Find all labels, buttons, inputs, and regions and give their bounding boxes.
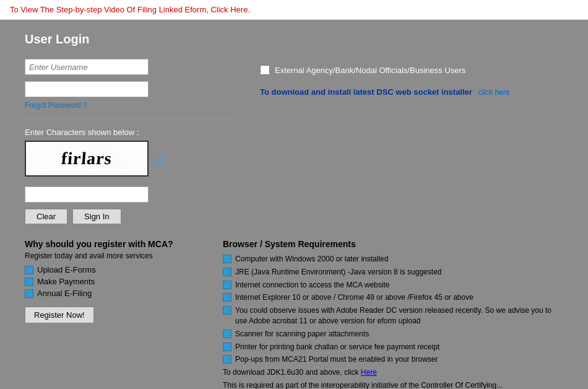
separator bbox=[25, 118, 235, 119]
username-input[interactable] bbox=[25, 59, 149, 75]
captcha-image: firlars bbox=[25, 141, 149, 177]
register-title: Why should you register with MCA? bbox=[25, 239, 198, 249]
list-item-label: Upload E-Forms bbox=[37, 265, 96, 274]
external-agency-checkbox[interactable] bbox=[260, 65, 270, 75]
browser-title: Browser / System Requirements bbox=[223, 239, 563, 249]
list-item: Internet Explorer 10 or above / Chrome 4… bbox=[223, 292, 563, 303]
list-item-text: You could observe issues with Adobe Read… bbox=[235, 305, 563, 326]
login-title: User Login bbox=[25, 32, 563, 46]
list-item: JRE (Java Runtime Environment) -Java ver… bbox=[223, 267, 563, 278]
list-item: This is required as part of the interope… bbox=[223, 380, 563, 389]
bullet-icon bbox=[25, 266, 33, 274]
list-item: Annual E-Filing bbox=[25, 289, 198, 298]
dsc-link[interactable]: click here bbox=[478, 88, 510, 97]
top-bar: To View The Step-by-step Video Of Filing… bbox=[0, 0, 588, 20]
list-item-text: JRE (Java Runtime Environment) -Java ver… bbox=[235, 267, 441, 278]
external-agency-row: External Agency/Bank/Nodal Officials/Bus… bbox=[260, 65, 563, 75]
captcha-refresh-icon[interactable]: ↺ bbox=[153, 154, 163, 168]
list-item-label: Make Payments bbox=[37, 277, 95, 286]
register-now-button[interactable]: Register Now! bbox=[25, 307, 94, 323]
list-item: Pop-ups from MCA21 Portal must be enable… bbox=[223, 354, 563, 365]
list-item: You could observe issues with Adobe Read… bbox=[223, 305, 563, 326]
list-item: Internet connection to access the MCA we… bbox=[223, 280, 563, 291]
register-subtitle: Register today and avail more services bbox=[25, 251, 198, 260]
bullet-icon bbox=[223, 330, 231, 338]
register-list: Upload E-Forms Make Payments Annual E-Fi… bbox=[25, 265, 198, 298]
captcha-text: firlars bbox=[61, 149, 113, 168]
bullet-icon bbox=[223, 306, 231, 315]
main-content: User Login Forgot Password ? Enter Chara… bbox=[0, 20, 588, 389]
list-item: Printer for printing bank challan or ser… bbox=[223, 342, 563, 352]
list-item-text: To download JDK1.6u30 and above, click H… bbox=[223, 367, 377, 378]
list-item-text: Computer with Windows 2000 or later inst… bbox=[235, 254, 388, 264]
bullet-icon bbox=[25, 278, 33, 286]
signin-button[interactable]: Sign In bbox=[72, 209, 121, 224]
external-agency-label: External Agency/Bank/Nodal Officials/Bus… bbox=[275, 66, 465, 75]
forgot-password-link[interactable]: Forgot Password ? bbox=[25, 101, 87, 110]
password-row bbox=[25, 81, 235, 97]
jdk-link[interactable]: Here bbox=[361, 368, 377, 377]
list-item-text: Printer for printing bank challan or ser… bbox=[235, 342, 439, 352]
bottom-section: Why should you register with MCA? Regist… bbox=[25, 239, 563, 389]
dsc-row: To download and install latest DSC web s… bbox=[260, 87, 563, 97]
list-item: Scanner for scanning paper attachments bbox=[223, 329, 563, 339]
bullet-icon bbox=[223, 355, 231, 364]
password-input[interactable] bbox=[25, 81, 149, 97]
browser-requirements-list: Computer with Windows 2000 or later inst… bbox=[223, 254, 563, 389]
captcha-input[interactable] bbox=[25, 186, 149, 203]
button-row: Clear Sign In bbox=[25, 209, 235, 224]
left-form: Forgot Password ? Enter Characters shown… bbox=[25, 59, 235, 224]
list-item-label: Annual E-Filing bbox=[37, 289, 92, 298]
bullet-icon bbox=[223, 343, 231, 351]
top-bar-text: To View The Step-by-step Video Of Filing… bbox=[10, 5, 210, 14]
bullet-icon bbox=[223, 293, 231, 302]
clear-button[interactable]: Clear bbox=[25, 209, 67, 224]
list-item: Computer with Windows 2000 or later inst… bbox=[223, 254, 563, 264]
bullet-icon bbox=[223, 268, 231, 276]
captcha-input-row bbox=[25, 186, 235, 203]
login-card: User Login Forgot Password ? Enter Chara… bbox=[25, 32, 563, 389]
browser-section: Browser / System Requirements Computer w… bbox=[223, 239, 563, 389]
bullet-icon bbox=[223, 281, 231, 289]
list-item-text: Pop-ups from MCA21 Portal must be enable… bbox=[235, 354, 438, 365]
list-item: To download JDK1.6u30 and above, click H… bbox=[223, 367, 563, 378]
list-item-text: Scanner for scanning paper attachments bbox=[235, 329, 369, 339]
list-item: Upload E-Forms bbox=[25, 265, 198, 274]
list-item: Make Payments bbox=[25, 277, 198, 286]
captcha-label: Enter Characters shown below : bbox=[25, 128, 235, 137]
top-bar-link[interactable]: Click Here. bbox=[210, 5, 250, 14]
bullet-icon bbox=[223, 255, 231, 263]
bullet-icon bbox=[25, 289, 33, 298]
right-info: External Agency/Bank/Nodal Officials/Bus… bbox=[260, 59, 563, 97]
list-item-text: Internet connection to access the MCA we… bbox=[235, 280, 389, 291]
register-section: Why should you register with MCA? Regist… bbox=[25, 239, 198, 389]
list-item-text: This is required as part of the interope… bbox=[223, 380, 503, 389]
dsc-text: To download and install latest DSC web s… bbox=[260, 87, 472, 97]
list-item-text: Internet Explorer 10 or above / Chrome 4… bbox=[235, 292, 473, 303]
